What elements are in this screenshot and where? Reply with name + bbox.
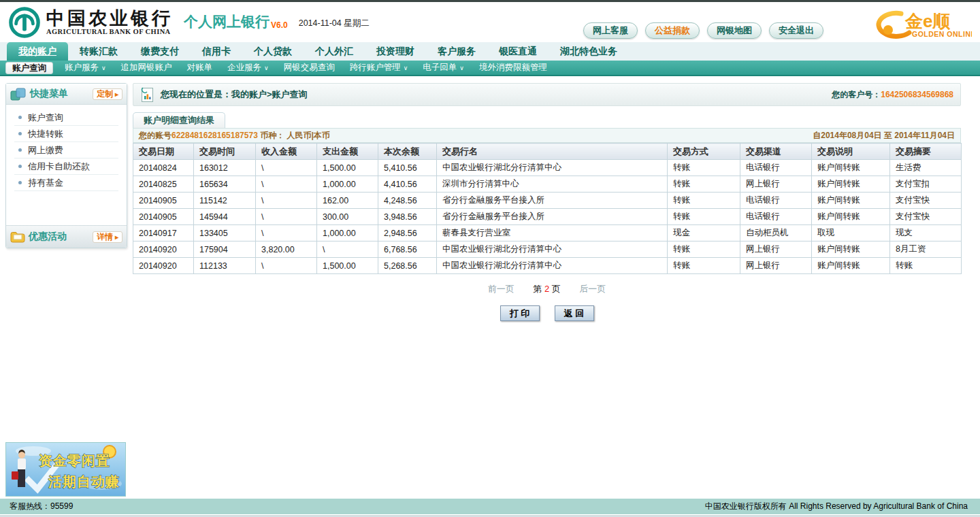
- bullet-icon: [18, 116, 22, 119]
- sidebar-item[interactable]: 持有基金: [14, 175, 118, 191]
- sidebar-item[interactable]: 快捷转账: [14, 126, 118, 142]
- subnav-item[interactable]: 网银交易查询: [276, 60, 342, 76]
- sidebar-item[interactable]: 网上缴费: [14, 142, 118, 159]
- bank-map-button[interactable]: 网银地图: [707, 22, 762, 39]
- sidebar-item[interactable]: 账户查询: [14, 110, 118, 126]
- main-tabs: 我的账户转账汇款缴费支付信用卡个人贷款个人外汇投资理财客户服务银医直通湖北特色业…: [0, 42, 980, 61]
- table-cell: 6,768.56: [378, 241, 437, 258]
- promo-details-button[interactable]: 详情 ▸: [93, 231, 122, 243]
- column-header: 收入金额: [256, 144, 317, 160]
- brand-subtext: GOLDEN ONLINE: [912, 30, 972, 38]
- table-cell: 300.00: [317, 209, 378, 225]
- product-title: 个人网上银行: [184, 12, 270, 31]
- table-cell: 账户间转账: [812, 209, 890, 225]
- main-tab[interactable]: 转账汇款: [68, 42, 129, 61]
- print-button[interactable]: 打 印: [500, 305, 540, 321]
- arrow-right-icon: ▸: [113, 233, 118, 241]
- quick-menu-icon: [10, 88, 27, 101]
- location-doc-icon: [140, 86, 154, 103]
- table-row: 20140825165634\1,000.004,410.56深圳市分行清算中心…: [133, 176, 962, 193]
- table-cell: 20140905: [133, 193, 194, 209]
- table-cell: 5,268.56: [378, 258, 437, 274]
- table-row: 20140917133405\1,000.002,948.56蕲春县支行营业室现…: [133, 225, 962, 241]
- subnav-item[interactable]: 账户查询: [5, 62, 53, 74]
- main-tab[interactable]: 投资理财: [365, 42, 426, 61]
- table-cell: 账户间转账: [812, 258, 890, 274]
- main-tab[interactable]: 我的账户: [7, 42, 68, 61]
- main-tab[interactable]: 客户服务: [426, 42, 487, 61]
- table-cell: 网上银行: [740, 258, 812, 274]
- table-cell: 20140920: [133, 258, 194, 274]
- table-cell: 账户间转账: [812, 193, 890, 209]
- table-cell: 支付宝快: [890, 193, 962, 209]
- header: 中国农业银行 AGRICULTURAL BANK OF CHINA 个人网上银行…: [0, 2, 980, 42]
- table-header-row: 交易日期交易时间收入金额支出金额本次余额交易行名交易方式交易渠道交易说明交易摘要: [133, 144, 962, 160]
- subnav: 账户查询账户服务∨追加网银账户对账单企业服务∨网银交易查询跨行账户管理∨电子回单…: [0, 61, 980, 76]
- table-row: 20140824163012\1,500.005,410.56中国农业银行湖北分…: [133, 160, 962, 176]
- table-cell: 中国农业银行湖北分行清算中心: [437, 241, 668, 258]
- account-info-bar: 您的账号6228481628165187573 币种： 人民币|本币 自2014…: [133, 128, 961, 143]
- table-cell: 165634: [194, 176, 256, 193]
- table-row: 201409201759043,820.00\6,768.56中国农业银行湖北分…: [133, 241, 962, 258]
- table-cell: 175904: [194, 241, 256, 258]
- subnav-item[interactable]: 境外消费限额管理: [472, 60, 555, 76]
- column-header: 支出金额: [317, 144, 378, 160]
- table-cell: 现支: [890, 225, 962, 241]
- table-cell: 转账: [668, 258, 740, 274]
- customer-number: 您的客户号：1642506834569868: [832, 89, 953, 101]
- subnav-item[interactable]: 企业服务∨: [220, 60, 276, 76]
- subnav-item[interactable]: 跨行账户管理∨: [342, 60, 416, 76]
- bullet-icon: [18, 132, 22, 135]
- content-area: 快捷菜单 定制 ▸ 账户查询快捷转账网上缴费信用卡自助还款持有基金 优惠活动 详…: [0, 76, 980, 498]
- promo-banner[interactable]: 资金零闲置 活期自动赚: [5, 442, 126, 497]
- table-cell: 电话银行: [740, 160, 812, 176]
- bottom-border: [0, 516, 980, 516]
- logout-button[interactable]: 安全退出: [769, 22, 823, 39]
- table-cell: 账户间转账: [812, 160, 890, 176]
- table-cell: 省分行金融服务平台接入所: [437, 193, 668, 209]
- table-cell: 4,410.56: [378, 176, 437, 193]
- abc-bank-icon: [8, 6, 41, 39]
- date-range: 自2014年08月04日 至 2014年11月04日: [813, 130, 955, 141]
- table-cell: 转账: [668, 176, 740, 193]
- action-buttons: 打 印 返 回: [133, 305, 961, 321]
- subnav-item[interactable]: 电子回单∨: [415, 60, 472, 76]
- main-tab[interactable]: 银医直通: [487, 42, 549, 61]
- donation-button[interactable]: 公益捐款: [645, 22, 700, 39]
- table-cell: 转账: [668, 209, 740, 225]
- column-header: 交易行名: [437, 144, 668, 160]
- footer: 客服热线：95599 中国农业银行版权所有 All Rights Reserve…: [0, 499, 980, 514]
- copyright: 中国农业银行版权所有 All Rights Reserved by Agricu…: [705, 501, 980, 512]
- bullet-icon: [18, 148, 22, 152]
- main-tab[interactable]: 缴费支付: [129, 42, 191, 61]
- table-cell: 蕲春县支行营业室: [437, 225, 668, 241]
- chevron-down-icon: ∨: [101, 65, 106, 71]
- customize-button[interactable]: 定制 ▸: [93, 88, 122, 100]
- main-tab[interactable]: 个人外汇: [304, 42, 365, 61]
- main-tab[interactable]: 信用卡: [191, 42, 242, 61]
- hotline: 客服热线：95599: [0, 501, 705, 512]
- table-cell: 8月工资: [890, 241, 962, 258]
- table-cell: 网上银行: [740, 241, 812, 258]
- table-cell: \: [256, 176, 317, 193]
- online-service-button[interactable]: 网上客服: [583, 22, 638, 39]
- sidebar-item[interactable]: 信用卡自助还款: [14, 159, 118, 175]
- subnav-item[interactable]: 对账单: [180, 60, 220, 76]
- table-cell: 深圳市分行清算中心: [437, 176, 668, 193]
- current-date: 2014-11-04 星期二: [299, 18, 370, 31]
- subnav-item[interactable]: 账户服务∨: [57, 60, 114, 76]
- chevron-down-icon: ∨: [459, 65, 464, 71]
- breadcrumb: 您现在的位置是：我的账户>账户查询 您的客户号：1642506834569868: [133, 83, 961, 106]
- arrow-right-icon: ▸: [113, 90, 118, 98]
- bullet-icon: [18, 181, 22, 184]
- tab-detail-results[interactable]: 账户明细查询结果: [133, 112, 225, 128]
- pagination: 前一页 第 2 页 后一页: [133, 283, 961, 295]
- table-cell: \: [256, 258, 317, 274]
- next-page-link[interactable]: 后一页: [579, 284, 606, 294]
- prev-page-link[interactable]: 前一页: [488, 284, 514, 294]
- table-cell: 转账: [890, 258, 962, 274]
- main-tab[interactable]: 个人贷款: [242, 42, 304, 61]
- back-button[interactable]: 返 回: [555, 305, 594, 321]
- main-tab[interactable]: 湖北特色业务: [549, 42, 629, 61]
- subnav-item[interactable]: 追加网银账户: [114, 60, 180, 76]
